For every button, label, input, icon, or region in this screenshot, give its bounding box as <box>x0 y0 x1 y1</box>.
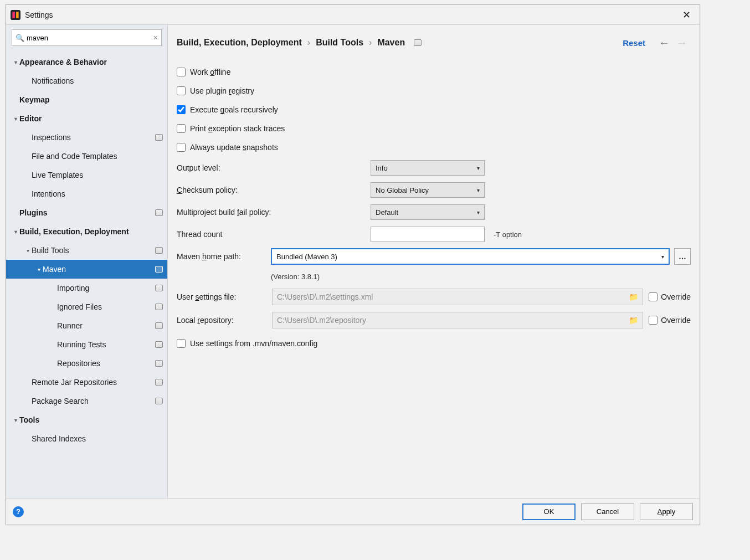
maven-home-label: Maven home path: <box>177 252 266 261</box>
folder-icon: 📁 <box>629 316 638 325</box>
maven-form: Work offline Use plugin registry Execute… <box>177 54 691 353</box>
sidebar-item-keymap[interactable]: Keymap <box>6 90 167 109</box>
work-offline-label: Work offline <box>190 68 230 76</box>
chevron-down-icon: ▾ <box>477 187 480 193</box>
chevron-down-icon: ▾ <box>477 209 480 215</box>
chevron-down-icon: ▾ <box>12 229 19 235</box>
plugin-registry-label: Use plugin registry <box>190 86 254 95</box>
sidebar-item-running-tests[interactable]: Running Tests <box>6 335 167 354</box>
always-update-checkbox[interactable] <box>177 143 186 152</box>
user-settings-field: C:\Users\D\.m2\settings.xml📁 <box>272 289 643 305</box>
dialog-footer: ? OK Cancel Apply <box>6 498 700 525</box>
checksum-select[interactable]: No Global Policy▾ <box>371 182 485 198</box>
ok-button[interactable]: OK <box>522 504 576 520</box>
work-offline-checkbox[interactable] <box>177 68 186 76</box>
search-input[interactable] <box>27 34 153 42</box>
scope-badge-icon <box>155 341 163 348</box>
execute-recursively-label: Execute goals recursively <box>190 105 278 114</box>
breadcrumb-build-tools[interactable]: Build Tools <box>316 38 363 48</box>
scope-badge-icon <box>155 379 163 386</box>
execute-recursively-checkbox[interactable] <box>177 105 186 114</box>
settings-dialog: Settings ✕ 🔍 × ▾Appearance & Behavior No… <box>6 4 700 525</box>
sidebar-item-ignored-files[interactable]: Ignored Files <box>6 297 167 316</box>
sidebar-item-runner[interactable]: Runner <box>6 316 167 335</box>
sidebar: 🔍 × ▾Appearance & Behavior Notifications… <box>6 25 168 498</box>
maven-home-select[interactable]: Bundled (Maven 3)▾ <box>271 248 670 265</box>
local-repo-field: C:\Users\D\.m2\repository📁 <box>272 312 643 328</box>
breadcrumb-bed[interactable]: Build, Execution, Deployment <box>177 38 302 48</box>
apply-button[interactable]: Apply <box>640 504 693 520</box>
user-settings-label: User settings file: <box>177 292 266 301</box>
fail-policy-label: Multiproject build fail policy: <box>177 208 371 217</box>
scope-badge-icon <box>155 266 163 273</box>
plugin-registry-checkbox[interactable] <box>177 86 186 95</box>
browse-home-button[interactable]: … <box>674 248 691 265</box>
sidebar-item-importing[interactable]: Importing <box>6 279 167 297</box>
chevron-down-icon: ▾ <box>661 254 664 260</box>
chevron-down-icon: ▾ <box>12 417 19 423</box>
window-title: Settings <box>25 11 53 19</box>
sidebar-item-remote-jar[interactable]: Remote Jar Repositories <box>6 373 167 392</box>
scope-badge-icon <box>155 209 163 216</box>
sidebar-item-intentions[interactable]: Intentions <box>6 184 167 203</box>
cancel-button[interactable]: Cancel <box>581 504 634 520</box>
sidebar-item-build-tools[interactable]: ▾Build Tools <box>6 241 167 260</box>
titlebar: Settings ✕ <box>6 5 700 25</box>
maven-version-label: (Version: 3.8.1) <box>271 273 320 281</box>
scope-badge-icon <box>155 398 163 404</box>
scope-badge-icon <box>155 134 163 141</box>
nav-back-icon[interactable]: ← <box>655 35 673 50</box>
print-traces-checkbox[interactable] <box>177 124 186 133</box>
help-icon[interactable]: ? <box>13 506 24 517</box>
override-label: Override <box>661 316 691 325</box>
sidebar-item-appearance[interactable]: ▾Appearance & Behavior <box>6 53 167 71</box>
settings-tree: ▾Appearance & Behavior Notifications Key… <box>6 50 167 498</box>
nav-forward-icon: → <box>673 35 691 50</box>
chevron-down-icon: ▾ <box>12 116 19 122</box>
sidebar-item-package-search[interactable]: Package Search <box>6 392 167 410</box>
svg-rect-0 <box>11 10 20 20</box>
local-repo-label: Local repository: <box>177 316 266 325</box>
sidebar-item-maven[interactable]: ▾Maven <box>6 260 167 279</box>
chevron-down-icon: ▾ <box>477 165 480 171</box>
sidebar-item-plugins[interactable]: Plugins <box>6 203 167 222</box>
sidebar-item-live-templates[interactable]: Live Templates <box>6 166 167 184</box>
scope-badge-icon <box>155 285 163 291</box>
scope-badge-icon <box>155 322 163 329</box>
print-traces-label: Print exception stack traces <box>190 124 285 133</box>
sidebar-item-repositories[interactable]: Repositories <box>6 354 167 373</box>
output-level-label: Output level: <box>177 163 371 172</box>
scope-badge-icon <box>155 304 163 310</box>
scope-badge-icon <box>155 360 163 367</box>
use-mvn-config-label: Use settings from .mvn/maven.config <box>190 339 317 348</box>
chevron-down-icon: ▾ <box>12 59 19 65</box>
sidebar-item-editor[interactable]: ▾Editor <box>6 109 167 128</box>
sidebar-item-inspections[interactable]: Inspections <box>6 128 167 147</box>
scope-badge-icon <box>155 247 163 254</box>
clear-search-icon[interactable]: × <box>153 33 158 42</box>
output-level-select[interactable]: Info▾ <box>371 160 485 176</box>
use-mvn-config-checkbox[interactable] <box>177 339 186 348</box>
sidebar-item-shared-indexes[interactable]: Shared Indexes <box>6 429 167 448</box>
checksum-label: Checksum policy: <box>177 186 371 194</box>
main-panel: Build, Execution, Deployment › Build Too… <box>168 25 700 498</box>
thread-count-label: Thread count <box>177 230 371 239</box>
close-icon[interactable]: ✕ <box>678 7 695 23</box>
search-box[interactable]: 🔍 × <box>12 29 162 46</box>
chevron-down-icon: ▾ <box>35 266 43 273</box>
search-icon: 🔍 <box>16 34 24 42</box>
fail-policy-select[interactable]: Default▾ <box>371 204 485 220</box>
override-local-repo-checkbox[interactable] <box>649 316 657 325</box>
breadcrumb-maven: Maven <box>377 38 405 48</box>
sidebar-item-bed[interactable]: ▾Build, Execution, Deployment <box>6 222 167 241</box>
chevron-right-icon: › <box>369 38 372 48</box>
folder-icon: 📁 <box>629 292 638 301</box>
sidebar-item-tools[interactable]: ▾Tools <box>6 410 167 429</box>
scope-badge-icon <box>414 39 422 46</box>
thread-count-input[interactable] <box>371 227 485 242</box>
override-label: Override <box>661 292 691 301</box>
reset-link[interactable]: Reset <box>623 38 645 48</box>
sidebar-item-notifications[interactable]: Notifications <box>6 71 167 90</box>
sidebar-item-file-templates[interactable]: File and Code Templates <box>6 147 167 166</box>
override-user-settings-checkbox[interactable] <box>649 292 657 301</box>
